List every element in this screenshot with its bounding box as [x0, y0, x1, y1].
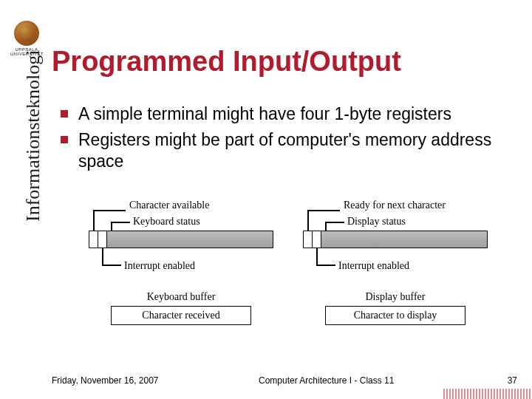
ann-char-available: Character available	[129, 200, 209, 211]
unused-bits	[107, 231, 273, 248]
register-diagram: Character available Keyboard status Inte…	[89, 200, 488, 325]
display-status-register	[303, 231, 488, 248]
bit-cell	[98, 231, 107, 248]
footer-course: Computer Architecture I - Class 11	[229, 375, 488, 386]
bit-cell	[313, 231, 321, 248]
list-item: A simple terminal might have four 1-byte…	[61, 103, 510, 125]
buf-text: Character received	[142, 310, 219, 321]
bullet-icon	[61, 110, 68, 117]
bullet-text: A simple terminal might have four 1-byte…	[78, 103, 451, 125]
display-column: Ready for next character Display status …	[303, 200, 488, 325]
ann-interrupt-enabled: Interrupt enabled	[338, 260, 409, 272]
slide-title: Programmed Input/Output	[52, 46, 401, 78]
keyboard-status-register	[89, 231, 273, 248]
bullet-list: A simple terminal might have four 1-byte…	[61, 103, 510, 176]
bit-cell	[304, 231, 313, 248]
unused-bits	[321, 231, 487, 248]
label-display-buffer: Display buffer	[303, 291, 488, 303]
buf-text: Character to display	[354, 310, 437, 321]
keyboard-column: Character available Keyboard status Inte…	[89, 200, 273, 325]
bullet-icon	[61, 136, 68, 143]
footer-date: Friday, November 16, 2007	[52, 375, 229, 386]
slide-footer: Friday, November 16, 2007 Computer Archi…	[52, 375, 517, 386]
sidebar-label: Informationsteknologi	[22, 50, 44, 222]
footer-page: 37	[488, 375, 517, 386]
ann-interrupt-enabled: Interrupt enabled	[124, 260, 195, 272]
display-buffer-register: Character to display	[325, 306, 466, 325]
ann-ready-next: Ready for next character	[344, 200, 446, 211]
label-keyboard-buffer: Keyboard buffer	[89, 291, 273, 303]
keyboard-buffer-register: Character received	[111, 306, 251, 325]
label-display-status: Display status	[347, 216, 406, 228]
list-item: Registers might be part of computer's me…	[61, 129, 510, 172]
logo-seal-icon	[14, 21, 39, 46]
bit-cell	[89, 231, 98, 248]
bullet-text: Registers might be part of computer's me…	[78, 129, 510, 172]
label-keyboard-status: Keyboard status	[133, 216, 200, 228]
decorative-stripes	[443, 389, 532, 399]
